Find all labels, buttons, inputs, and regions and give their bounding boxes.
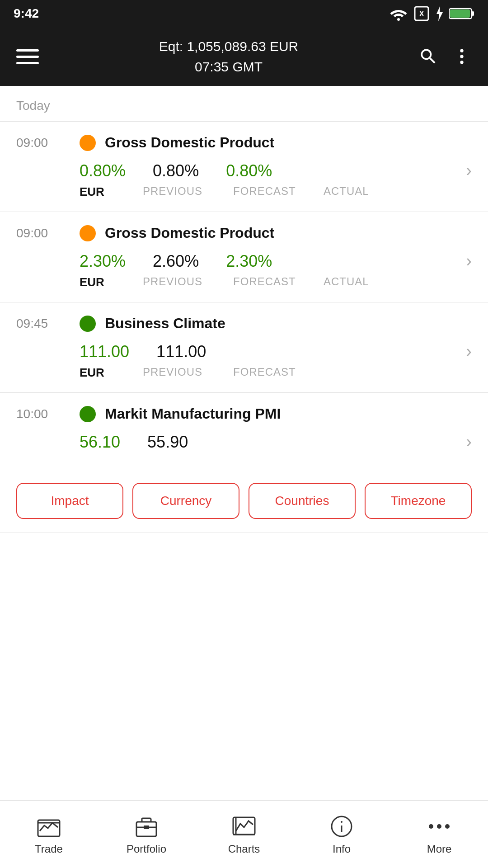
previous-label: PREVIOUS: [143, 185, 206, 199]
previous-label: PREVIOUS: [143, 275, 206, 289]
actual-value: 0.80%: [226, 161, 272, 180]
portfolio-icon: [134, 814, 159, 839]
actual-label: ACTUAL: [324, 275, 387, 289]
previous-value: 0.80%: [80, 161, 126, 180]
event-header: 10:00 Markit Manufacturing PMI: [16, 406, 472, 422]
previous-value: 111.00: [80, 342, 129, 361]
section-today: Today: [0, 86, 488, 122]
previous-value: 2.30%: [80, 252, 126, 271]
event-header: 09:00 Gross Domestic Product: [16, 134, 472, 151]
event-labels: EUR PREVIOUS FORECAST: [80, 366, 472, 380]
svg-point-0: [397, 18, 400, 21]
event-labels: EUR PREVIOUS FORECAST ACTUAL: [80, 185, 472, 199]
nav-more-label: More: [427, 843, 452, 855]
nav-portfolio-label: Portfolio: [127, 843, 166, 855]
impact-dot: [80, 316, 96, 332]
svg-text:X: X: [419, 10, 424, 18]
nav-trade[interactable]: Trade: [0, 814, 98, 855]
svg-point-21: [429, 824, 433, 829]
event-time: 09:00: [16, 136, 70, 150]
event-currency: EUR: [80, 275, 116, 289]
event-time: 09:00: [16, 226, 70, 241]
more-icon: [427, 814, 452, 839]
event-labels: EUR PREVIOUS FORECAST ACTUAL: [80, 275, 472, 289]
status-bar: 9:42 X: [0, 0, 488, 27]
forecast-label: FORECAST: [233, 275, 296, 289]
battery-icon: [449, 7, 474, 20]
equity-value: Eqt: 1,055,089.63 EUR: [39, 36, 418, 57]
svg-point-22: [437, 824, 441, 829]
charging-icon: [435, 6, 444, 21]
event-currency: EUR: [80, 185, 116, 199]
previous-value: 56.10: [80, 433, 120, 452]
search-icon[interactable]: [418, 47, 438, 66]
filter-bar: Impact Currency Countries Timezone: [0, 469, 488, 533]
header-actions: [418, 47, 472, 66]
forecast-value: 55.90: [147, 433, 188, 452]
nav-info-label: Info: [333, 843, 351, 855]
actual-label: ACTUAL: [324, 185, 387, 199]
svg-rect-5: [472, 11, 474, 16]
filter-impact-button[interactable]: Impact: [16, 483, 123, 519]
svg-point-9: [460, 61, 463, 64]
event-currency: EUR: [80, 366, 116, 380]
nav-more[interactable]: More: [390, 814, 488, 855]
status-icons: X: [389, 6, 474, 21]
chevron-right-icon[interactable]: ›: [466, 251, 472, 271]
svg-rect-6: [450, 9, 470, 18]
event-time: 09:45: [16, 316, 70, 331]
chevron-right-icon[interactable]: ›: [466, 342, 472, 361]
event-row: 09:00 Gross Domestic Product 0.80% 0.80%…: [0, 122, 488, 212]
event-header: 09:45 Business Climate: [16, 315, 472, 332]
forecast-value: 0.80%: [153, 161, 199, 180]
info-icon: [329, 814, 354, 839]
trade-icon: [36, 814, 61, 839]
forecast-value: 2.60%: [153, 252, 199, 271]
status-time: 9:42: [14, 6, 39, 21]
header-title: Eqt: 1,055,089.63 EUR 07:35 GMT: [39, 36, 418, 77]
event-values[interactable]: 56.10 55.90 ›: [80, 432, 472, 452]
nav-info[interactable]: Info: [293, 814, 390, 855]
filter-countries-button[interactable]: Countries: [249, 483, 356, 519]
svg-point-20: [341, 821, 343, 823]
more-options-icon[interactable]: [452, 47, 472, 66]
impact-dot: [80, 135, 96, 151]
forecast-value: 111.00: [156, 342, 206, 361]
filter-currency-button[interactable]: Currency: [132, 483, 239, 519]
event-row: 09:00 Gross Domestic Product 2.30% 2.60%…: [0, 212, 488, 302]
filter-timezone-button[interactable]: Timezone: [365, 483, 472, 519]
menu-button[interactable]: [16, 49, 39, 64]
forecast-label: FORECAST: [233, 366, 296, 380]
header-time: 07:35 GMT: [39, 57, 418, 77]
event-row: 10:00 Markit Manufacturing PMI 56.10 55.…: [0, 393, 488, 469]
svg-point-8: [460, 55, 463, 58]
svg-point-23: [445, 824, 450, 829]
signal-icon: X: [414, 6, 429, 21]
charts-icon: [231, 814, 257, 839]
chevron-right-icon[interactable]: ›: [466, 161, 472, 180]
nav-portfolio[interactable]: Portfolio: [98, 814, 195, 855]
svg-marker-3: [436, 6, 443, 21]
app-header: Eqt: 1,055,089.63 EUR 07:35 GMT: [0, 27, 488, 86]
event-title: Gross Domestic Product: [105, 225, 274, 241]
event-title: Markit Manufacturing PMI: [105, 406, 281, 422]
bottom-nav: Trade Portfolio Charts Info: [0, 800, 488, 868]
event-values[interactable]: 111.00 111.00 ›: [80, 342, 472, 361]
chevron-right-icon[interactable]: ›: [466, 432, 472, 452]
svg-rect-14: [144, 826, 149, 829]
svg-point-7: [460, 49, 463, 52]
event-row: 09:45 Business Climate 111.00 111.00 › E…: [0, 302, 488, 393]
previous-label: PREVIOUS: [143, 366, 206, 380]
impact-dot: [80, 225, 96, 241]
nav-charts[interactable]: Charts: [195, 814, 293, 855]
event-title: Business Climate: [105, 315, 225, 332]
event-time: 10:00: [16, 407, 70, 421]
event-values[interactable]: 0.80% 0.80% 0.80% ›: [80, 161, 472, 180]
wifi-icon: [389, 6, 408, 21]
impact-dot: [80, 406, 96, 422]
event-header: 09:00 Gross Domestic Product: [16, 225, 472, 241]
event-title: Gross Domestic Product: [105, 134, 274, 151]
event-values[interactable]: 2.30% 2.60% 2.30% ›: [80, 251, 472, 271]
forecast-label: FORECAST: [233, 185, 296, 199]
actual-value: 2.30%: [226, 252, 272, 271]
